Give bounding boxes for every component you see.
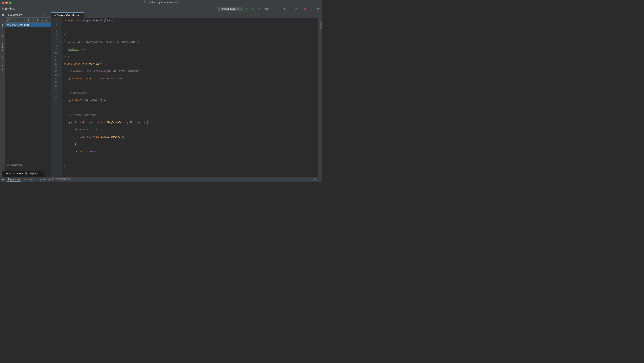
editor-tab-singleton[interactable]: ☕ SingletonDemo2.java ✕ [51, 12, 84, 18]
project-icon: ⊞ [2, 7, 4, 10]
git-tab-log[interactable]: Log: master [8, 178, 21, 182]
panel-settings-icon[interactable]: ⚙ [43, 14, 46, 16]
new-changelist-btn[interactable]: □ [19, 18, 22, 22]
minimize-button[interactable] [5, 2, 8, 4]
commit-all-btn[interactable]: ↑ [14, 18, 17, 22]
git-panel-settings[interactable]: ⚙ [314, 178, 317, 181]
toolbar-sep-3 [40, 19, 40, 22]
left-sidebar-icons: ◧ Commit ⊞ Structure 🗄 Database 🔔 [0, 12, 5, 177]
move-btn[interactable]: ↓ [23, 18, 26, 22]
titlebar: 设计模式 – SingletonDemo2.java [0, 0, 322, 5]
editor-tabs: ☕ SingletonDemo2.java ✕ [51, 12, 322, 18]
git-history-icon[interactable]: ⟳ [293, 7, 298, 10]
scrollbar-thumb[interactable] [320, 22, 322, 30]
structure-icon[interactable]: ⊞ [0, 34, 5, 38]
window-controls[interactable] [2, 2, 11, 4]
git-panel-actions: ⚙ — [314, 178, 320, 181]
code-editor: 1 2 3 4 5 6 7 8 9 10 11 12 13 14 15 16 1… [51, 18, 322, 177]
scrollbar-track [318, 18, 322, 177]
tab-close-icon[interactable]: ✕ [80, 14, 82, 16]
toolbar-separator-2 [300, 7, 300, 11]
database-icon[interactable]: 🗄 [0, 56, 5, 60]
maximize-icon[interactable]: ⤢ [309, 7, 314, 10]
fold-btn-15[interactable]: ▼ [59, 70, 61, 72]
panel-header: Local Changes ⚙ — [5, 12, 51, 18]
update-tab-close[interactable]: ✕ [71, 178, 73, 180]
left-panel: Local Changes ⚙ — ↺ ↶ ↑ □ ↓ ✛ ⊞ ◉ ≡ ⇅ ▼ … [5, 12, 51, 177]
diff-btn[interactable]: ⊞ [32, 18, 35, 22]
stop-button[interactable]: ■ [257, 7, 261, 10]
panel-minimize-icon[interactable]: — [46, 14, 50, 16]
default-changelist-header[interactable]: ▼ Default Changelist [5, 22, 51, 27]
fold-btn-7[interactable]: ▼ [59, 41, 61, 43]
git-update-icon[interactable]: ✓ [276, 7, 281, 10]
changelist-label: Default Changelist [10, 24, 29, 26]
panel-header-actions: ⚙ — [43, 14, 50, 16]
git-pull-icon[interactable]: ↓ [288, 7, 292, 10]
git-tab-log-label: Log: master [8, 178, 20, 181]
panel-toolbar: ↺ ↶ ↑ □ ↓ ✛ ⊞ ◉ ≡ ⇅ [5, 18, 51, 22]
git-label: Git: [265, 8, 269, 10]
sort-btn[interactable]: ⇅ [45, 18, 48, 22]
toast-message: 168 files committed: 设计模式demo3 [4, 172, 42, 175]
fold-gutter: ▼ ▼ ▼ ▼ ▼ [59, 18, 62, 177]
window-title: 设计模式 – SingletonDemo2.java [144, 1, 178, 4]
group-btn[interactable]: ≡ [41, 18, 44, 22]
refresh-btn[interactable]: ↺ [6, 18, 10, 22]
add-config-button[interactable]: Add Configuration... [218, 7, 243, 11]
commit-sidebar-label[interactable]: Commit [2, 20, 4, 31]
bookmark-icon[interactable]: 🔖 [302, 7, 308, 10]
left-panel-content [5, 27, 51, 162]
git-tab-update-label: Update Info: 2024/3/8 下午5:56 [39, 178, 70, 181]
rollback-btn[interactable]: ↶ [10, 18, 14, 22]
toast-notification: 168 files committed: 设计模式demo3 [2, 170, 44, 177]
git-tab-console-label: Console [24, 178, 32, 181]
main-layout: ◧ Commit ⊞ Structure 🗄 Database 🔔 Local … [0, 12, 322, 177]
main-toolbar: ⊞ 设计模式 Add Configuration... ▶ ⬡ ■ Git: ✓… [0, 5, 322, 12]
settings-icon[interactable]: ⚙ [315, 7, 320, 10]
line-numbers: 1 2 3 4 5 6 7 8 9 10 11 12 13 14 15 16 1… [51, 18, 59, 177]
view-btn[interactable]: ◉ [36, 18, 39, 22]
maximize-button[interactable] [9, 2, 11, 4]
fold-btn-20[interactable]: ▼ [59, 88, 61, 90]
git-tab-update[interactable]: Update Info: 2024/3/8 下午5:56 ✕ [38, 178, 74, 182]
project-name: 设计模式 [5, 7, 15, 10]
java-file-icon: ☕ [54, 14, 56, 16]
editor-scrollbar[interactable] [318, 18, 322, 177]
project-dir-label: 设计模式demo3 [5, 162, 51, 168]
close-button[interactable] [2, 2, 4, 4]
fold-btn-16[interactable]: ▼ [59, 74, 61, 76]
code-content[interactable]: package com.muse.patterns.singleton; /**… [62, 18, 318, 177]
debug-button[interactable]: ⬡ [251, 7, 256, 10]
console-tab-close[interactable]: ✕ [33, 178, 35, 180]
run-button[interactable]: ▶ [244, 6, 250, 11]
tab-label: SingletonDemo2.java [57, 14, 79, 17]
git-check-icon[interactable]: ✓ [270, 7, 275, 10]
git-tab-console[interactable]: Console ✕ [24, 178, 36, 181]
git-panel-header: Git: Log: master Console ✕ Update Info: … [0, 177, 322, 182]
structure-label[interactable]: Structure [2, 41, 4, 53]
panel-title: Local Changes [7, 14, 22, 16]
toolbar-sep-2 [31, 19, 31, 22]
project-sidebar-icon[interactable]: ◧ [0, 13, 5, 17]
database-label[interactable]: Database [2, 63, 4, 75]
git-panel-label: Git: [2, 178, 5, 181]
changelist-expand-icon: ▼ [7, 24, 9, 26]
git-panel-minimize[interactable]: — [318, 178, 320, 181]
git-push-icon[interactable]: ↑ [282, 7, 286, 10]
toolbar-sep-1 [18, 19, 18, 22]
editor-area: ☕ SingletonDemo2.java ✕ 1 2 3 4 5 6 7 8 … [51, 12, 322, 177]
add-btn[interactable]: ✛ [27, 18, 30, 22]
fold-btn-3[interactable]: ▼ [59, 26, 61, 28]
git-panel: Git: Log: master Console ✕ Update Info: … [0, 177, 322, 182]
